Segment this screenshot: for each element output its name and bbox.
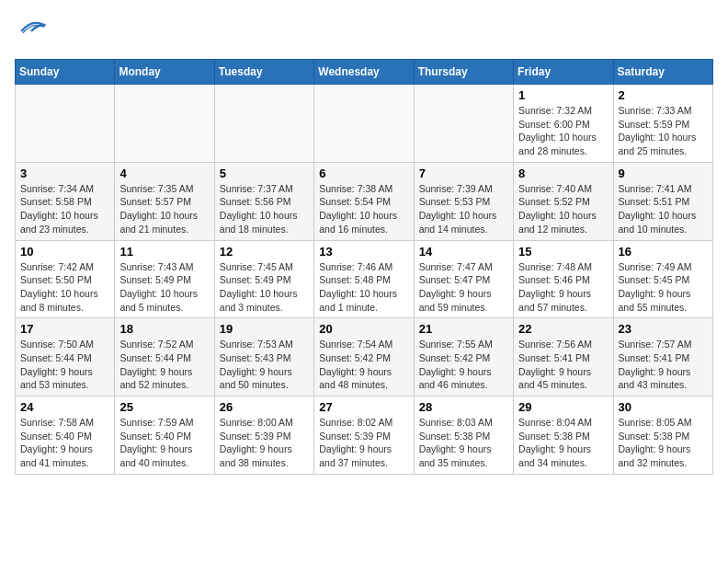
calendar-cell: 5Sunrise: 7:37 AM Sunset: 5:56 PM Daylig… bbox=[214, 162, 313, 240]
calendar-cell: 30Sunrise: 8:05 AM Sunset: 5:38 PM Dayli… bbox=[613, 396, 712, 475]
week-row-1: 1Sunrise: 7:32 AM Sunset: 6:00 PM Daylig… bbox=[16, 85, 713, 163]
day-info: Sunrise: 8:00 AM Sunset: 5:39 PM Dayligh… bbox=[220, 416, 309, 470]
weekday-header-friday: Friday bbox=[514, 60, 613, 85]
day-number: 13 bbox=[319, 245, 408, 259]
day-number: 2 bbox=[619, 88, 708, 102]
calendar-cell: 12Sunrise: 7:45 AM Sunset: 5:49 PM Dayli… bbox=[214, 240, 313, 318]
calendar-cell: 20Sunrise: 7:54 AM Sunset: 5:42 PM Dayli… bbox=[314, 318, 414, 396]
day-info: Sunrise: 7:41 AM Sunset: 5:51 PM Dayligh… bbox=[619, 182, 708, 236]
day-info: Sunrise: 7:59 AM Sunset: 5:40 PM Dayligh… bbox=[119, 416, 209, 470]
day-info: Sunrise: 7:55 AM Sunset: 5:42 PM Dayligh… bbox=[419, 338, 508, 392]
day-number: 14 bbox=[419, 245, 508, 259]
day-info: Sunrise: 8:05 AM Sunset: 5:38 PM Dayligh… bbox=[619, 416, 708, 470]
calendar-cell: 2Sunrise: 7:33 AM Sunset: 5:59 PM Daylig… bbox=[613, 85, 712, 163]
day-info: Sunrise: 7:48 AM Sunset: 5:46 PM Dayligh… bbox=[518, 260, 608, 315]
day-number: 9 bbox=[619, 167, 708, 180]
day-info: Sunrise: 7:57 AM Sunset: 5:41 PM Dayligh… bbox=[619, 338, 708, 392]
calendar-cell: 15Sunrise: 7:48 AM Sunset: 5:46 PM Dayli… bbox=[514, 240, 613, 318]
day-info: Sunrise: 7:53 AM Sunset: 5:43 PM Dayligh… bbox=[220, 338, 309, 392]
day-number: 3 bbox=[20, 167, 109, 180]
day-info: Sunrise: 7:52 AM Sunset: 5:44 PM Dayligh… bbox=[119, 338, 209, 392]
day-number: 6 bbox=[319, 167, 408, 180]
calendar-cell bbox=[414, 85, 513, 163]
weekday-header-saturday: Saturday bbox=[613, 60, 712, 85]
day-number: 15 bbox=[518, 245, 608, 259]
day-info: Sunrise: 7:43 AM Sunset: 5:49 PM Dayligh… bbox=[119, 260, 209, 315]
calendar-cell: 13Sunrise: 7:46 AM Sunset: 5:48 PM Dayli… bbox=[314, 240, 414, 318]
day-info: Sunrise: 7:50 AM Sunset: 5:44 PM Dayligh… bbox=[20, 338, 109, 392]
calendar-cell: 17Sunrise: 7:50 AM Sunset: 5:44 PM Dayli… bbox=[16, 318, 115, 396]
day-info: Sunrise: 7:56 AM Sunset: 5:41 PM Dayligh… bbox=[518, 338, 608, 392]
day-info: Sunrise: 7:37 AM Sunset: 5:56 PM Dayligh… bbox=[220, 182, 309, 236]
day-number: 27 bbox=[319, 400, 408, 414]
day-number: 17 bbox=[20, 322, 109, 336]
calendar-cell bbox=[16, 85, 115, 163]
day-number: 23 bbox=[619, 322, 708, 336]
day-number: 26 bbox=[220, 400, 309, 414]
weekday-header-monday: Monday bbox=[115, 60, 214, 85]
day-number: 8 bbox=[518, 167, 608, 180]
calendar-cell: 1Sunrise: 7:32 AM Sunset: 6:00 PM Daylig… bbox=[514, 85, 613, 163]
calendar-cell bbox=[214, 85, 313, 163]
day-number: 18 bbox=[119, 322, 209, 336]
day-number: 21 bbox=[419, 322, 508, 336]
calendar-cell: 14Sunrise: 7:47 AM Sunset: 5:47 PM Dayli… bbox=[414, 240, 513, 318]
day-number: 20 bbox=[319, 322, 408, 336]
day-info: Sunrise: 7:39 AM Sunset: 5:53 PM Dayligh… bbox=[419, 182, 508, 236]
day-info: Sunrise: 7:38 AM Sunset: 5:54 PM Dayligh… bbox=[319, 182, 408, 236]
day-info: Sunrise: 7:40 AM Sunset: 5:52 PM Dayligh… bbox=[518, 182, 608, 236]
day-number: 7 bbox=[419, 167, 508, 180]
day-number: 10 bbox=[20, 245, 109, 259]
calendar-cell: 16Sunrise: 7:49 AM Sunset: 5:45 PM Dayli… bbox=[613, 240, 712, 318]
day-info: Sunrise: 7:33 AM Sunset: 5:59 PM Dayligh… bbox=[619, 104, 708, 158]
day-number: 30 bbox=[619, 400, 708, 414]
weekday-header-sunday: Sunday bbox=[16, 60, 115, 85]
day-number: 11 bbox=[119, 245, 209, 259]
calendar-cell: 4Sunrise: 7:35 AM Sunset: 5:57 PM Daylig… bbox=[115, 162, 214, 240]
calendar-cell bbox=[314, 85, 414, 163]
day-info: Sunrise: 7:46 AM Sunset: 5:48 PM Dayligh… bbox=[319, 260, 408, 315]
day-number: 25 bbox=[119, 400, 209, 414]
calendar-cell: 28Sunrise: 8:03 AM Sunset: 5:38 PM Dayli… bbox=[414, 396, 513, 475]
day-info: Sunrise: 7:58 AM Sunset: 5:40 PM Dayligh… bbox=[20, 416, 109, 470]
day-info: Sunrise: 7:54 AM Sunset: 5:42 PM Dayligh… bbox=[319, 338, 408, 392]
day-info: Sunrise: 7:35 AM Sunset: 5:57 PM Dayligh… bbox=[119, 182, 209, 236]
calendar-cell: 27Sunrise: 8:02 AM Sunset: 5:39 PM Dayli… bbox=[314, 396, 414, 475]
calendar-cell: 9Sunrise: 7:41 AM Sunset: 5:51 PM Daylig… bbox=[613, 162, 712, 240]
calendar-cell: 25Sunrise: 7:59 AM Sunset: 5:40 PM Dayli… bbox=[115, 396, 214, 475]
day-number: 19 bbox=[220, 322, 309, 336]
day-number: 29 bbox=[518, 400, 608, 414]
day-info: Sunrise: 8:03 AM Sunset: 5:38 PM Dayligh… bbox=[419, 416, 508, 470]
calendar-cell: 23Sunrise: 7:57 AM Sunset: 5:41 PM Dayli… bbox=[613, 318, 712, 396]
calendar-cell: 29Sunrise: 8:04 AM Sunset: 5:38 PM Dayli… bbox=[514, 396, 613, 475]
day-number: 16 bbox=[619, 245, 708, 259]
day-info: Sunrise: 7:45 AM Sunset: 5:49 PM Dayligh… bbox=[220, 260, 309, 315]
week-row-5: 24Sunrise: 7:58 AM Sunset: 5:40 PM Dayli… bbox=[16, 396, 713, 475]
weekday-header-tuesday: Tuesday bbox=[214, 60, 313, 85]
week-row-2: 3Sunrise: 7:34 AM Sunset: 5:58 PM Daylig… bbox=[16, 162, 713, 240]
weekday-header-wednesday: Wednesday bbox=[314, 60, 414, 85]
day-number: 22 bbox=[518, 322, 608, 336]
page-header bbox=[15, 15, 713, 48]
day-info: Sunrise: 7:42 AM Sunset: 5:50 PM Dayligh… bbox=[20, 260, 109, 315]
calendar-cell: 11Sunrise: 7:43 AM Sunset: 5:49 PM Dayli… bbox=[115, 240, 214, 318]
calendar-cell: 26Sunrise: 8:00 AM Sunset: 5:39 PM Dayli… bbox=[214, 396, 313, 475]
calendar-table: SundayMondayTuesdayWednesdayThursdayFrid… bbox=[15, 59, 713, 475]
week-row-3: 10Sunrise: 7:42 AM Sunset: 5:50 PM Dayli… bbox=[16, 240, 713, 318]
day-number: 12 bbox=[220, 245, 309, 259]
calendar-cell: 8Sunrise: 7:40 AM Sunset: 5:52 PM Daylig… bbox=[514, 162, 613, 240]
calendar-header: SundayMondayTuesdayWednesdayThursdayFrid… bbox=[16, 60, 713, 85]
day-number: 4 bbox=[119, 167, 209, 180]
calendar-cell: 19Sunrise: 7:53 AM Sunset: 5:43 PM Dayli… bbox=[214, 318, 313, 396]
day-number: 5 bbox=[220, 167, 309, 180]
week-row-4: 17Sunrise: 7:50 AM Sunset: 5:44 PM Dayli… bbox=[16, 318, 713, 396]
calendar-cell: 18Sunrise: 7:52 AM Sunset: 5:44 PM Dayli… bbox=[115, 318, 214, 396]
logo bbox=[15, 15, 51, 48]
calendar-cell: 7Sunrise: 7:39 AM Sunset: 5:53 PM Daylig… bbox=[414, 162, 513, 240]
day-number: 24 bbox=[20, 400, 109, 414]
day-info: Sunrise: 7:47 AM Sunset: 5:47 PM Dayligh… bbox=[419, 260, 508, 315]
day-info: Sunrise: 8:04 AM Sunset: 5:38 PM Dayligh… bbox=[518, 416, 608, 470]
day-info: Sunrise: 7:32 AM Sunset: 6:00 PM Dayligh… bbox=[518, 104, 608, 158]
weekday-header-thursday: Thursday bbox=[414, 60, 513, 85]
day-info: Sunrise: 8:02 AM Sunset: 5:39 PM Dayligh… bbox=[319, 416, 408, 470]
